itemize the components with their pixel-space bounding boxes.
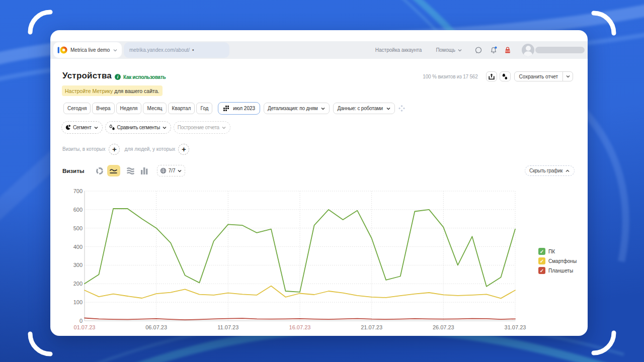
data-select-label: Данные: с роботами [337,106,383,111]
chevron-down-icon [457,48,462,53]
settings-icon[interactable] [398,105,405,112]
checkbox-checked-icon[interactable]: ✓ [538,267,545,274]
gift-promo-icon[interactable] [504,46,512,54]
hide-graph-label: Скрыть график [529,168,562,173]
chart-title: Визиты [62,168,85,174]
chevron-down-icon [94,125,99,130]
chevron-down-icon [162,125,167,130]
checkbox-checked-icon[interactable]: ✓ [538,248,545,255]
x-tick-label: 26.07.23 [433,324,454,330]
account-settings-link[interactable]: Настройка аккаунта [375,47,422,53]
chevron-down-icon [386,106,391,111]
period-yesterday-button[interactable]: Вчера [92,103,114,114]
x-tick-label: 31.07.23 [505,324,526,330]
calendar-label: июл 2023 [233,106,255,111]
legend-label: ПК [548,249,555,254]
stacked-areas-icon [126,167,135,174]
site-url-field[interactable]: metrika.yandex.com/about/ • [124,42,229,58]
segment-button[interactable]: Сегмент [61,121,103,134]
globe-icon [160,167,167,174]
period-week-button[interactable]: Неделя [116,103,142,114]
legend-label: Смартфоны [548,258,577,264]
filters-row: Визиты, в которых + для людей, у которых… [62,144,189,154]
y-tick-label: 400 [73,244,83,250]
widgets-button[interactable] [500,71,511,81]
app-window: Metrica live demo metrika.yandex.com/abo… [50,30,588,336]
compare-segments-button[interactable]: Сравнить сегменты [105,121,171,134]
hide-graph-button[interactable]: Скрыть график [525,165,575,176]
period-buttons-row: Сегодня Вчера Неделя Месяц Квартал Год и… [63,103,405,114]
report-builder-button[interactable]: Построение отчета [174,121,230,134]
chart-type-columns-button[interactable] [139,165,150,176]
setup-metrica-link[interactable]: Настройте Метрику [65,88,113,94]
people-filter-label: для людей, у которых [124,146,175,152]
y-tick-label: 100 [73,299,83,305]
legend-label: Планшеты [548,268,573,274]
data-select[interactable]: Данные: с роботами [333,103,395,114]
donut-chart-icon [96,167,104,175]
period-quarter-button[interactable]: Квартал [168,103,195,114]
y-tick-label: 0 [79,318,83,324]
line-chart-icon [109,167,118,174]
save-report-button[interactable]: Сохранить отчет [514,71,573,81]
series-line-Планшеты [85,318,515,320]
chart-type-line-button[interactable] [107,165,120,176]
calendar-icon [223,105,230,112]
goals-selector[interactable]: 7/7 [157,165,185,176]
segment-label: Сегмент [73,125,92,130]
add-people-filter-button[interactable]: + [178,144,189,155]
chart-legend: ✓ ПК ✓ Смартфоны ✓ Планшеты [538,248,577,277]
x-tick-label: 11.07.23 [217,324,238,330]
drops-icon [501,73,509,80]
chart-type-areas-button[interactable] [125,165,136,176]
legend-item-tablets[interactable]: ✓ Планшеты [538,267,577,274]
chevron-down-icon [320,106,326,111]
chart-type-donut-button[interactable] [94,165,106,176]
pie-icon [65,125,71,130]
columns-chart-icon [140,167,148,174]
metrics-counter: 7/7 [169,168,176,173]
help-link[interactable]: Помощь [436,47,455,53]
legend-item-pk[interactable]: ✓ ПК [538,248,577,255]
period-month-button[interactable]: Месяц [143,103,166,114]
metrica-logo-icon [57,46,68,54]
chevron-down-icon [113,48,118,53]
y-tick-label: 600 [73,207,83,213]
period-year-button[interactable]: Год [196,103,212,114]
y-tick-label: 200 [73,281,83,287]
legend-item-smartphones[interactable]: ✓ Смартфоны [538,257,577,264]
plus-icon: + [112,145,117,153]
x-tick-label: 21.07.23 [361,324,382,330]
x-tick-label: 06.07.23 [145,324,167,330]
series-line-ПК [85,209,515,292]
x-tick-label: 01.07.23 [74,324,96,330]
detail-select[interactable]: Детализация: по дням [264,103,330,114]
report-builder-label: Построение отчета [178,125,219,130]
sample-size-text: 100 % визитов из 17 562 [423,74,477,79]
avatar[interactable] [522,44,534,56]
chevron-up-icon [565,168,570,173]
counter-selector[interactable]: Metrica live demo [53,42,122,58]
setup-banner-text: для вашего сайта. [114,88,159,94]
chat-icon[interactable] [474,46,482,54]
calendar-button[interactable]: июл 2023 [218,102,260,115]
site-url: metrika.yandex.com/about/ [129,47,190,53]
export-button[interactable] [486,71,497,81]
how-to-use-label: Как использовать [123,74,166,80]
checkbox-checked-icon[interactable]: ✓ [538,257,545,264]
info-icon: i [115,74,121,80]
series-line-Смартфоны [85,286,515,299]
header-bar: Metrica live demo metrika.yandex.com/abo… [50,41,588,59]
chevron-down-icon [177,168,182,173]
compare-drops-icon [109,124,115,131]
segments-row: Сегмент Сравнить сегменты Построение отч… [61,121,233,134]
stats-row: 100 % визитов из 17 562 Сохранить отчет [423,71,573,81]
save-report-label: Сохранить отчет [515,74,562,79]
chevron-down-icon [221,125,226,130]
add-visit-filter-button[interactable]: + [109,144,120,155]
chevron-down-icon [566,74,571,79]
save-report-dropdown[interactable] [562,72,573,81]
notifications-bell-icon[interactable] [490,46,498,54]
how-to-use-link[interactable]: i Как использовать [115,74,166,80]
period-today-button[interactable]: Сегодня [63,103,91,114]
